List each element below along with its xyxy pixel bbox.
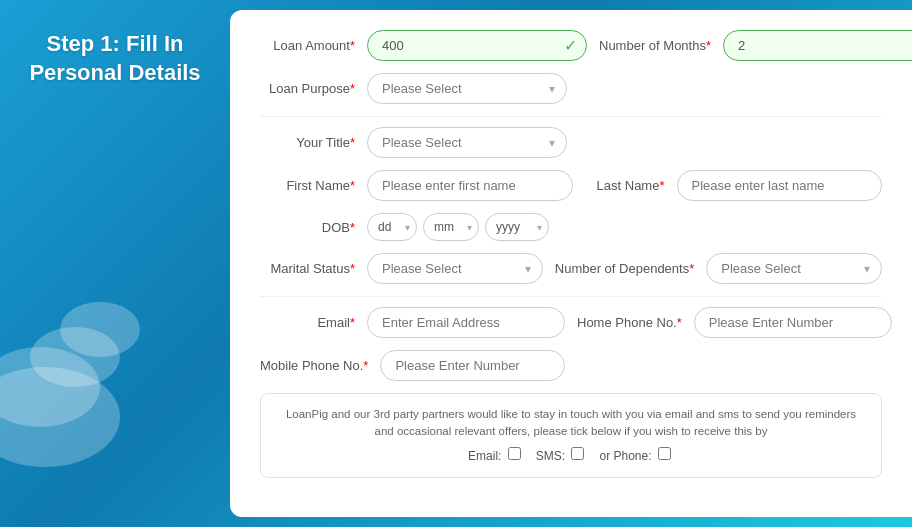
email-checkbox-label: Email: [468,447,524,465]
loan-amount-label: Loan Amount* [260,38,355,53]
divider-1 [260,116,882,117]
cloud-decoration-4 [60,302,140,357]
dob-yyyy-select[interactable]: yyyy [485,213,549,241]
home-phone-input[interactable] [694,307,892,338]
divider-2 [260,296,882,297]
mobile-phone-row: Mobile Phone No.* [260,350,882,381]
dob-row: DOB* dd ▾ mm ▾ yyyy ▾ [260,213,882,241]
left-panel: Step 1: Fill In Personal Details [0,0,230,527]
your-title-select-wrapper: Please Select ▾ [367,127,567,158]
dob-label: DOB* [260,220,355,235]
email-checkbox[interactable] [508,447,521,460]
number-of-dependents-select-wrapper: Please Select ▾ [706,253,882,284]
number-of-dependents-select[interactable]: Please Select [706,253,882,284]
email-input[interactable] [367,307,565,338]
cloud-decoration-3 [0,367,120,467]
number-of-dependents-label: Number of Dependents* [555,261,694,276]
mobile-phone-input[interactable] [380,350,565,381]
loan-amount-input-wrapper: ✓ [367,30,587,61]
phone-checkbox-label: or Phone: [599,447,673,465]
notice-text: LoanPig and our 3rd party partners would… [286,408,856,437]
loan-purpose-select[interactable]: Please Select [367,73,567,104]
marital-status-select[interactable]: Please Select [367,253,543,284]
step-title: Step 1: Fill In Personal Details [0,30,230,87]
loan-purpose-row: Loan Purpose* Please Select ▾ [260,73,882,104]
last-name-input[interactable] [677,170,883,201]
home-phone-label: Home Phone No.* [577,315,682,330]
your-title-row: Your Title* Please Select ▾ [260,127,882,158]
notice-box: LoanPig and our 3rd party partners would… [260,393,882,478]
loan-amount-row: Loan Amount* ✓ Number of Months* ✓ [260,30,882,61]
sms-checkbox-label: SMS: [536,447,588,465]
form-panel: Loan Amount* ✓ Number of Months* ✓ Loan … [230,10,912,517]
dob-group: dd ▾ mm ▾ yyyy ▾ [367,213,882,241]
email-label: Email* [260,315,355,330]
your-title-label: Your Title* [260,135,355,150]
name-row: First Name* Last Name* [260,170,882,201]
last-name-label: Last Name* [585,178,665,193]
phone-checkbox[interactable] [658,447,671,460]
number-of-months-input[interactable] [723,30,912,61]
number-of-months-input-wrapper: ✓ [723,30,912,61]
dob-dd-select[interactable]: dd [367,213,417,241]
marital-dependents-row: Marital Status* Please Select ▾ Number o… [260,253,882,284]
loan-purpose-label: Loan Purpose* [260,81,355,96]
dob-dd-wrapper: dd ▾ [367,213,417,241]
dob-mm-wrapper: mm ▾ [423,213,479,241]
number-of-months-label: Number of Months* [599,38,711,53]
first-name-label: First Name* [260,178,355,193]
first-name-input[interactable] [367,170,573,201]
loan-amount-input[interactable] [367,30,587,61]
marital-status-label: Marital Status* [260,261,355,276]
dob-yyyy-wrapper: yyyy ▾ [485,213,549,241]
email-phone-row: Email* Home Phone No.* [260,307,882,338]
mobile-phone-label: Mobile Phone No.* [260,358,368,373]
dob-mm-select[interactable]: mm [423,213,479,241]
contact-preference-row: Email: SMS: or Phone: [277,447,865,465]
loan-purpose-select-wrapper: Please Select ▾ [367,73,567,104]
marital-status-select-wrapper: Please Select ▾ [367,253,543,284]
your-title-select[interactable]: Please Select [367,127,567,158]
sms-checkbox[interactable] [571,447,584,460]
